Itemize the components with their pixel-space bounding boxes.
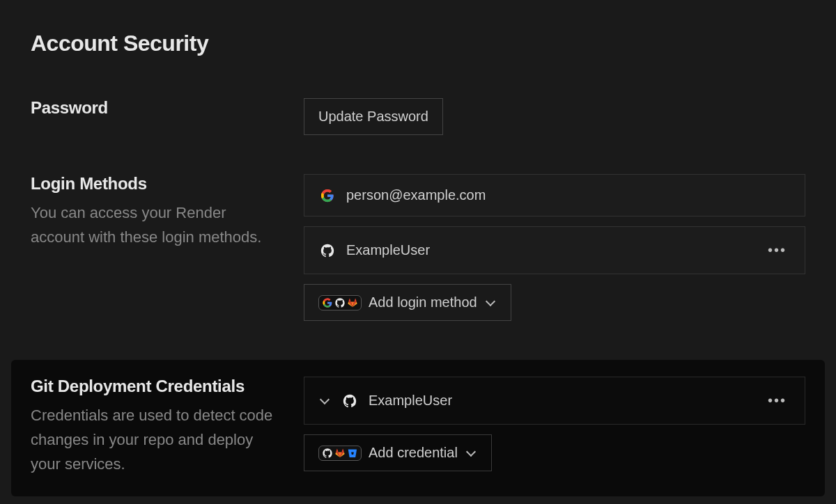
chevron-down-icon [466,446,476,456]
login-method-identity: person@example.com [346,187,486,203]
git-credentials-description: Credentials are used to detect code chan… [31,403,276,477]
git-credentials-section: Git Deployment Credentials Credentials a… [31,377,805,477]
login-method-github[interactable]: ExampleUser ••• [304,226,805,274]
add-credential-button[interactable]: Add credential [304,434,492,471]
chevron-down-icon [486,296,495,306]
git-credential-identity: ExampleUser [369,393,452,409]
login-method-identity: ExampleUser [346,242,430,258]
github-icon [320,243,335,258]
login-method-actions-button[interactable]: ••• [765,239,789,261]
login-methods-description: You can access your Render account with … [31,200,276,249]
google-icon [320,188,335,203]
add-login-method-button[interactable]: Add login method [304,284,511,321]
github-icon [322,448,333,459]
git-credential-github[interactable]: ExampleUser ••• [304,377,805,425]
provider-badge [318,295,362,310]
git-credentials-heading: Git Deployment Credentials [31,377,276,396]
add-credential-label: Add credential [369,445,458,461]
login-methods-section: Login Methods You can access your Render… [31,174,805,321]
login-method-google[interactable]: person@example.com [304,174,805,216]
git-credentials-panel: Git Deployment Credentials Credentials a… [11,360,825,496]
git-credential-actions-button[interactable]: ••• [765,390,789,411]
chevron-down-icon [320,394,330,404]
gitlab-icon [334,448,346,459]
password-section: Password Update Password [31,98,805,135]
add-login-method-label: Add login method [369,294,477,310]
github-icon [342,393,357,409]
github-icon [334,297,346,308]
google-icon [322,297,333,308]
provider-badge [318,446,362,461]
update-password-button[interactable]: Update Password [304,98,443,135]
login-methods-heading: Login Methods [31,174,276,194]
password-heading: Password [31,98,276,118]
gitlab-icon [347,297,358,308]
page-title: Account Security [31,31,805,56]
update-password-label: Update Password [318,109,428,125]
bitbucket-icon [347,448,358,459]
